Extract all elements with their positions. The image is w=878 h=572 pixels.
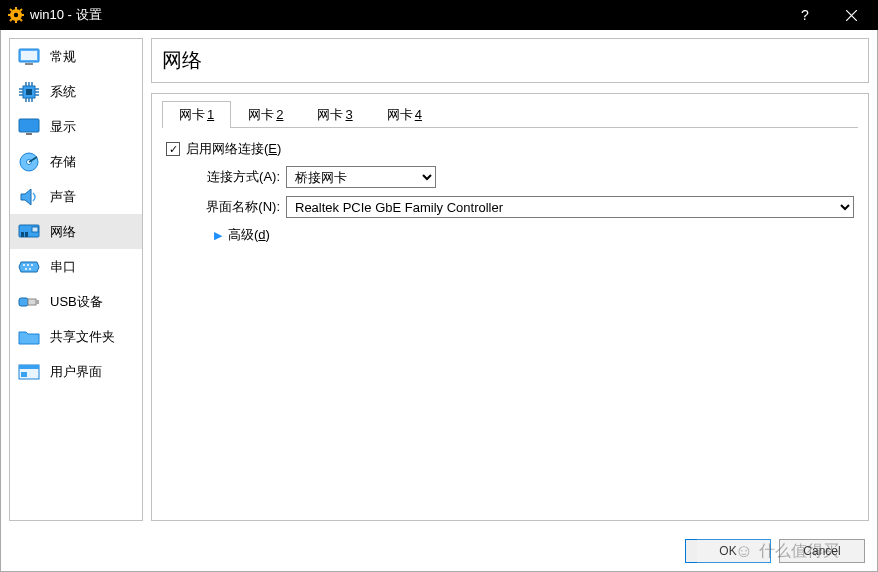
sidebar-item-system[interactable]: 系统 bbox=[10, 74, 142, 109]
enable-network-checkbox[interactable] bbox=[166, 142, 180, 156]
interface-name-label: 界面名称(N): bbox=[186, 198, 286, 216]
adapter-form: 启用网络连接(E) 连接方式(A): 桥接网卡 界面名称(N): bbox=[162, 128, 858, 248]
tab-adapter-3[interactable]: 网卡3 bbox=[300, 101, 369, 128]
usb-icon bbox=[18, 291, 40, 313]
tab-hotkey: 2 bbox=[274, 107, 283, 122]
sidebar-item-label: 网络 bbox=[50, 223, 76, 241]
svg-rect-14 bbox=[26, 89, 32, 95]
svg-point-37 bbox=[31, 264, 33, 266]
sidebar-item-label: 声音 bbox=[50, 188, 76, 206]
monitor-icon bbox=[18, 46, 40, 68]
page-heading: 网络 bbox=[151, 38, 869, 83]
svg-line-6 bbox=[10, 9, 12, 11]
window-title: win10 - 设置 bbox=[30, 6, 782, 24]
sidebar-item-label: 系统 bbox=[50, 83, 76, 101]
svg-line-8 bbox=[10, 19, 12, 21]
advanced-expander[interactable]: ▶ 高级(d) bbox=[214, 226, 854, 244]
tab-hotkey: 1 bbox=[205, 107, 214, 122]
tab-adapter-4[interactable]: 网卡4 bbox=[370, 101, 439, 128]
attached-to-row: 连接方式(A): 桥接网卡 bbox=[186, 166, 854, 188]
speaker-icon bbox=[18, 186, 40, 208]
sidebar-item-label: USB设备 bbox=[50, 293, 103, 311]
triangle-right-icon: ▶ bbox=[214, 229, 222, 242]
tab-adapter-2[interactable]: 网卡2 bbox=[231, 101, 300, 128]
sidebar-item-serial[interactable]: 串口 bbox=[10, 249, 142, 284]
sidebar-item-label: 存储 bbox=[50, 153, 76, 171]
svg-rect-44 bbox=[19, 365, 39, 369]
svg-rect-41 bbox=[28, 299, 36, 305]
enable-network-label: 启用网络连接(E) bbox=[186, 140, 281, 158]
page-content: 网卡1 网卡2 网卡3 网卡4 启 bbox=[151, 93, 869, 521]
title-bar: win10 - 设置 ? bbox=[0, 0, 878, 30]
tab-label: 网卡 bbox=[317, 107, 343, 122]
settings-category-list: 常规 系统 显示 存储 bbox=[9, 38, 143, 521]
sidebar-item-user-interface[interactable]: 用户界面 bbox=[10, 354, 142, 389]
svg-rect-45 bbox=[21, 372, 27, 377]
svg-point-1 bbox=[14, 13, 18, 17]
svg-line-7 bbox=[20, 19, 22, 21]
ui-icon bbox=[18, 361, 40, 383]
folder-icon bbox=[18, 326, 40, 348]
nic-icon bbox=[18, 221, 40, 243]
tab-label: 网卡 bbox=[248, 107, 274, 122]
sidebar-item-general[interactable]: 常规 bbox=[10, 39, 142, 74]
main-panel: 网络 网卡1 网卡2 网卡3 网卡4 bbox=[151, 38, 869, 521]
svg-rect-27 bbox=[19, 119, 39, 132]
sidebar-item-shared-folders[interactable]: 共享文件夹 bbox=[10, 319, 142, 354]
tab-label: 网卡 bbox=[179, 107, 205, 122]
titlebar-close-button[interactable] bbox=[828, 0, 874, 30]
svg-rect-34 bbox=[32, 227, 38, 232]
cancel-button[interactable]: Cancel bbox=[779, 539, 865, 563]
svg-rect-42 bbox=[36, 300, 39, 304]
svg-line-9 bbox=[20, 9, 22, 11]
advanced-label: 高级(d) bbox=[228, 226, 270, 244]
svg-point-38 bbox=[25, 268, 27, 270]
sidebar-item-network[interactable]: 网络 bbox=[10, 214, 142, 249]
svg-point-35 bbox=[23, 264, 25, 266]
enable-row: 启用网络连接(E) bbox=[166, 140, 854, 158]
svg-rect-12 bbox=[25, 63, 33, 65]
tab-label: 网卡 bbox=[387, 107, 413, 122]
ok-button[interactable]: OK bbox=[685, 539, 771, 563]
tab-adapter-1[interactable]: 网卡1 bbox=[162, 101, 231, 128]
sidebar-item-audio[interactable]: 声音 bbox=[10, 179, 142, 214]
titlebar-help-button[interactable]: ? bbox=[782, 0, 828, 30]
tab-hotkey: 3 bbox=[343, 107, 352, 122]
serial-icon bbox=[18, 256, 40, 278]
sidebar-item-storage[interactable]: 存储 bbox=[10, 144, 142, 179]
dialog-buttons: OK Cancel bbox=[685, 539, 865, 563]
display-icon bbox=[18, 116, 40, 138]
svg-rect-32 bbox=[21, 232, 24, 237]
interface-name-combo[interactable]: Realtek PCIe GbE Family Controller bbox=[286, 196, 854, 218]
sidebar-item-label: 用户界面 bbox=[50, 363, 102, 381]
attached-to-label: 连接方式(A): bbox=[186, 168, 286, 186]
svg-point-39 bbox=[29, 268, 31, 270]
svg-rect-40 bbox=[19, 298, 28, 306]
app-gear-icon bbox=[8, 7, 24, 23]
disk-icon bbox=[18, 151, 40, 173]
svg-rect-33 bbox=[25, 232, 28, 237]
sidebar-item-label: 常规 bbox=[50, 48, 76, 66]
attached-to-combo[interactable]: 桥接网卡 bbox=[286, 166, 436, 188]
svg-point-36 bbox=[27, 264, 29, 266]
svg-rect-28 bbox=[26, 133, 32, 135]
sidebar-item-usb[interactable]: USB设备 bbox=[10, 284, 142, 319]
tab-hotkey: 4 bbox=[413, 107, 422, 122]
sidebar-item-display[interactable]: 显示 bbox=[10, 109, 142, 144]
svg-rect-11 bbox=[21, 51, 37, 60]
sidebar-item-label: 显示 bbox=[50, 118, 76, 136]
chip-icon bbox=[18, 81, 40, 103]
adapter-tabs: 网卡1 网卡2 网卡3 网卡4 bbox=[162, 100, 858, 128]
sidebar-item-label: 串口 bbox=[50, 258, 76, 276]
sidebar-item-label: 共享文件夹 bbox=[50, 328, 115, 346]
interface-name-row: 界面名称(N): Realtek PCIe GbE Family Control… bbox=[186, 196, 854, 218]
